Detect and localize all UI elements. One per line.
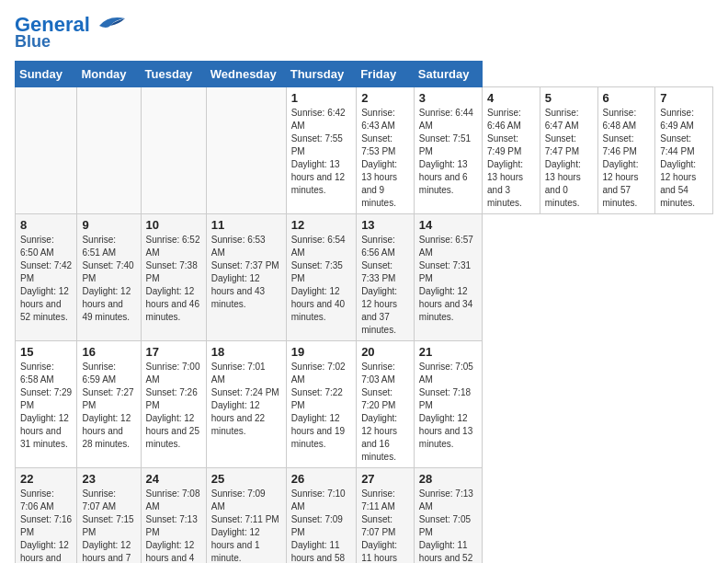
day-number: 23	[82, 472, 135, 486]
calendar-cell: 7 Sunrise: 6:49 AM Sunset: 7:44 PM Dayli…	[655, 87, 713, 214]
sunset-text: Sunset: 7:29 PM	[20, 387, 72, 410]
sunrise-text: Sunrise: 6:59 AM	[82, 362, 116, 385]
daylight-text: Daylight: 13 hours and 9 minutes.	[361, 159, 397, 208]
sunset-text: Sunset: 7:09 PM	[291, 514, 343, 537]
day-info: Sunrise: 6:51 AM Sunset: 7:40 PM Dayligh…	[82, 234, 135, 324]
sunrise-text: Sunrise: 6:47 AM	[545, 108, 579, 131]
daylight-text: Daylight: 12 hours and 31 minutes.	[20, 413, 69, 449]
calendar-header-tuesday: Tuesday	[141, 62, 206, 87]
sunrise-text: Sunrise: 7:01 AM	[211, 362, 266, 385]
day-number: 20	[361, 345, 409, 359]
day-info: Sunrise: 6:53 AM Sunset: 7:37 PM Dayligh…	[211, 234, 281, 311]
calendar-header-friday: Friday	[357, 62, 415, 87]
day-number: 19	[291, 345, 351, 359]
calendar-cell: 14 Sunrise: 6:57 AM Sunset: 7:31 PM Dayl…	[414, 214, 482, 341]
day-number: 4	[487, 91, 535, 105]
calendar-cell: 17 Sunrise: 7:00 AM Sunset: 7:26 PM Dayl…	[141, 341, 206, 468]
calendar-header-monday: Monday	[77, 62, 141, 87]
day-info: Sunrise: 6:58 AM Sunset: 7:29 PM Dayligh…	[20, 361, 72, 451]
calendar-cell: 9 Sunrise: 6:51 AM Sunset: 7:40 PM Dayli…	[77, 214, 141, 341]
daylight-text: Daylight: 12 hours and 19 minutes.	[291, 413, 345, 449]
day-number: 9	[82, 218, 135, 232]
sunrise-text: Sunrise: 6:57 AM	[419, 235, 473, 258]
day-number: 8	[20, 218, 72, 232]
calendar-cell	[16, 87, 77, 214]
calendar-cell: 6 Sunrise: 6:48 AM Sunset: 7:46 PM Dayli…	[597, 87, 655, 214]
sunset-text: Sunset: 7:11 PM	[211, 514, 279, 524]
sunset-text: Sunset: 7:15 PM	[82, 514, 133, 537]
day-info: Sunrise: 6:42 AM Sunset: 7:55 PM Dayligh…	[291, 107, 351, 197]
daylight-text: Daylight: 12 hours and 37 minutes.	[361, 286, 397, 335]
daylight-text: Daylight: 13 hours and 3 minutes.	[487, 159, 523, 208]
daylight-text: Daylight: 12 hours and 40 minutes.	[291, 286, 345, 322]
calendar-cell: 20 Sunrise: 7:03 AM Sunset: 7:20 PM Dayl…	[357, 341, 415, 468]
calendar-cell: 23 Sunrise: 7:07 AM Sunset: 7:15 PM Dayl…	[77, 468, 141, 564]
page-header: General Blue	[15, 15, 713, 50]
calendar-cell: 10 Sunrise: 6:52 AM Sunset: 7:38 PM Dayl…	[141, 214, 206, 341]
day-info: Sunrise: 6:46 AM Sunset: 7:49 PM Dayligh…	[487, 107, 535, 210]
calendar-cell	[206, 87, 286, 214]
calendar-cell: 25 Sunrise: 7:09 AM Sunset: 7:11 PM Dayl…	[206, 468, 286, 564]
day-info: Sunrise: 7:02 AM Sunset: 7:22 PM Dayligh…	[291, 361, 351, 451]
day-number: 1	[291, 91, 351, 105]
calendar-week-4: 22 Sunrise: 7:06 AM Sunset: 7:16 PM Dayl…	[16, 468, 713, 564]
sunrise-text: Sunrise: 6:42 AM	[291, 108, 346, 131]
calendar-cell: 26 Sunrise: 7:10 AM Sunset: 7:09 PM Dayl…	[286, 468, 356, 564]
daylight-text: Daylight: 12 hours and 46 minutes.	[146, 286, 199, 322]
sunrise-text: Sunrise: 6:43 AM	[361, 108, 395, 131]
logo: General Blue	[15, 15, 125, 50]
sunset-text: Sunset: 7:20 PM	[361, 387, 395, 410]
day-number: 21	[419, 345, 477, 359]
sunrise-text: Sunrise: 7:10 AM	[291, 488, 346, 511]
sunset-text: Sunset: 7:49 PM	[487, 133, 521, 156]
calendar-cell: 12 Sunrise: 6:54 AM Sunset: 7:35 PM Dayl…	[286, 214, 356, 341]
day-info: Sunrise: 6:43 AM Sunset: 7:53 PM Dayligh…	[361, 107, 409, 210]
day-number: 16	[82, 345, 135, 359]
calendar-cell: 15 Sunrise: 6:58 AM Sunset: 7:29 PM Dayl…	[16, 341, 77, 468]
sunset-text: Sunset: 7:05 PM	[419, 514, 471, 537]
sunset-text: Sunset: 7:22 PM	[291, 387, 343, 410]
day-number: 22	[20, 472, 72, 486]
sunrise-text: Sunrise: 7:09 AM	[211, 488, 266, 511]
daylight-text: Daylight: 12 hours and 16 minutes.	[361, 413, 397, 462]
sunrise-text: Sunrise: 6:50 AM	[20, 235, 54, 258]
daylight-text: Daylight: 12 hours and 34 minutes.	[419, 286, 472, 322]
calendar-cell: 28 Sunrise: 7:13 AM Sunset: 7:05 PM Dayl…	[414, 468, 482, 564]
calendar-cell: 16 Sunrise: 6:59 AM Sunset: 7:27 PM Dayl…	[77, 341, 141, 468]
day-number: 13	[361, 218, 409, 232]
day-info: Sunrise: 6:57 AM Sunset: 7:31 PM Dayligh…	[419, 234, 477, 324]
logo-blue-text: Blue	[15, 33, 51, 50]
daylight-text: Daylight: 12 hours and 22 minutes.	[211, 400, 265, 436]
day-info: Sunrise: 7:05 AM Sunset: 7:18 PM Dayligh…	[419, 361, 477, 451]
daylight-text: Daylight: 12 hours and 54 minutes.	[660, 159, 696, 208]
calendar-cell: 13 Sunrise: 6:56 AM Sunset: 7:33 PM Dayl…	[357, 214, 415, 341]
sunset-text: Sunset: 7:13 PM	[146, 514, 198, 537]
sunset-text: Sunset: 7:46 PM	[603, 133, 637, 156]
day-number: 2	[361, 91, 409, 105]
sunset-text: Sunset: 7:55 PM	[291, 133, 343, 156]
day-number: 5	[545, 91, 593, 105]
day-info: Sunrise: 6:52 AM Sunset: 7:38 PM Dayligh…	[146, 234, 201, 324]
day-number: 18	[211, 345, 281, 359]
sunrise-text: Sunrise: 6:56 AM	[361, 235, 395, 258]
sunrise-text: Sunrise: 7:13 AM	[419, 488, 473, 511]
day-number: 14	[419, 218, 477, 232]
calendar-week-1: 1 Sunrise: 6:42 AM Sunset: 7:55 PM Dayli…	[16, 87, 713, 214]
sunset-text: Sunset: 7:18 PM	[419, 387, 471, 410]
day-info: Sunrise: 6:56 AM Sunset: 7:33 PM Dayligh…	[361, 234, 409, 337]
day-info: Sunrise: 7:08 AM Sunset: 7:13 PM Dayligh…	[146, 488, 201, 563]
daylight-text: Daylight: 11 hours and 58 minutes.	[291, 540, 345, 563]
day-info: Sunrise: 6:50 AM Sunset: 7:42 PM Dayligh…	[20, 234, 72, 324]
sunset-text: Sunset: 7:40 PM	[82, 260, 133, 283]
sunrise-text: Sunrise: 7:02 AM	[291, 362, 346, 385]
calendar-cell: 2 Sunrise: 6:43 AM Sunset: 7:53 PM Dayli…	[357, 87, 415, 214]
calendar-header-row: SundayMondayTuesdayWednesdayThursdayFrid…	[16, 62, 713, 87]
sunset-text: Sunset: 7:47 PM	[545, 133, 579, 156]
day-number: 24	[146, 472, 201, 486]
daylight-text: Daylight: 12 hours and 1 minute.	[211, 527, 260, 563]
day-info: Sunrise: 7:00 AM Sunset: 7:26 PM Dayligh…	[146, 361, 201, 451]
sunrise-text: Sunrise: 6:54 AM	[291, 235, 346, 258]
day-number: 25	[211, 472, 281, 486]
daylight-text: Daylight: 12 hours and 7 minutes.	[82, 540, 131, 563]
sunset-text: Sunset: 7:26 PM	[146, 387, 198, 410]
